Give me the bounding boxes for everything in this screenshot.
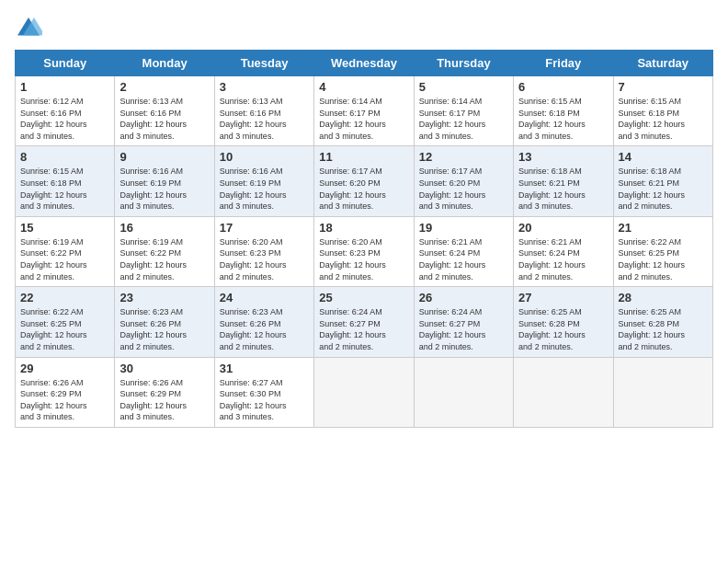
sunset-label: Sunset: 6:27 PM: [419, 319, 481, 328]
daylight-minutes: and 3 minutes.: [220, 412, 274, 421]
sunset-label: Sunset: 6:20 PM: [319, 178, 381, 188]
daylight-minutes: and 2 minutes.: [619, 201, 673, 211]
calendar-week-row: 1 Sunrise: 6:12 AM Sunset: 6:16 PM Dayli…: [16, 76, 713, 146]
day-info: Sunrise: 6:25 AM Sunset: 6:28 PM Dayligh…: [518, 306, 608, 352]
calendar-cell: 28 Sunrise: 6:25 AM Sunset: 6:28 PM Dayl…: [613, 287, 712, 357]
day-number: 29: [20, 362, 109, 375]
daylight-label: Daylight: 12 hours: [319, 190, 386, 200]
sunset-label: Sunset: 6:16 PM: [220, 109, 281, 118]
sunset-label: Sunset: 6:25 PM: [619, 248, 680, 258]
calendar-cell: 26 Sunrise: 6:24 AM Sunset: 6:27 PM Dayl…: [414, 287, 513, 357]
day-info: Sunrise: 6:18 AM Sunset: 6:21 PM Dayligh…: [619, 166, 708, 212]
day-number: 13: [518, 150, 608, 164]
day-info: Sunrise: 6:23 AM Sunset: 6:26 PM Dayligh…: [220, 306, 309, 352]
calendar-cell: 27 Sunrise: 6:25 AM Sunset: 6:28 PM Dayl…: [514, 287, 613, 357]
day-info: Sunrise: 6:21 AM Sunset: 6:24 PM Dayligh…: [419, 236, 508, 282]
sunrise-label: Sunrise: 6:20 AM: [319, 237, 382, 247]
sunrise-label: Sunrise: 6:16 AM: [220, 167, 283, 176]
sunset-label: Sunset: 6:18 PM: [20, 178, 82, 188]
daylight-label: Daylight: 12 hours: [419, 190, 486, 200]
sunrise-label: Sunrise: 6:25 AM: [619, 307, 682, 316]
calendar-cell: 12 Sunrise: 6:17 AM Sunset: 6:20 PM Dayl…: [414, 146, 513, 216]
sunrise-label: Sunrise: 6:17 AM: [419, 167, 483, 176]
daylight-label: Daylight: 12 hours: [319, 260, 386, 270]
sunset-label: Sunset: 6:21 PM: [619, 178, 680, 188]
calendar-cell: [613, 357, 712, 427]
sunset-label: Sunset: 6:24 PM: [518, 248, 580, 258]
daylight-minutes: and 3 minutes.: [619, 132, 673, 141]
day-info: Sunrise: 6:13 AM Sunset: 6:16 PM Dayligh…: [119, 96, 209, 142]
sunset-label: Sunset: 6:19 PM: [119, 178, 181, 188]
day-number: 3: [220, 80, 309, 94]
sunrise-label: Sunrise: 6:14 AM: [419, 97, 483, 106]
day-info: Sunrise: 6:14 AM Sunset: 6:17 PM Dayligh…: [319, 96, 408, 142]
daylight-minutes: and 3 minutes.: [220, 132, 274, 141]
sunrise-label: Sunrise: 6:23 AM: [119, 307, 183, 316]
day-header-thursday: Thursday: [414, 51, 513, 76]
daylight-label: Daylight: 12 hours: [518, 330, 586, 339]
day-header-saturday: Saturday: [613, 51, 712, 76]
daylight-minutes: and 3 minutes.: [419, 201, 473, 211]
sunset-label: Sunset: 6:22 PM: [119, 248, 181, 258]
sunrise-label: Sunrise: 6:22 AM: [20, 307, 84, 316]
daylight-minutes: and 3 minutes.: [119, 132, 174, 141]
daylight-label: Daylight: 12 hours: [119, 260, 187, 270]
daylight-label: Daylight: 12 hours: [119, 401, 187, 410]
calendar-cell: 14 Sunrise: 6:18 AM Sunset: 6:21 PM Dayl…: [613, 146, 712, 216]
day-info: Sunrise: 6:26 AM Sunset: 6:29 PM Dayligh…: [119, 377, 209, 423]
day-number: 23: [119, 291, 209, 304]
day-number: 18: [319, 221, 408, 235]
day-number: 6: [518, 80, 608, 94]
calendar-week-row: 22 Sunrise: 6:22 AM Sunset: 6:25 PM Dayl…: [16, 287, 713, 357]
calendar-week-row: 8 Sunrise: 6:15 AM Sunset: 6:18 PM Dayli…: [16, 146, 713, 216]
calendar-cell: 15 Sunrise: 6:19 AM Sunset: 6:22 PM Dayl…: [16, 216, 115, 286]
day-number: 14: [619, 150, 708, 164]
calendar-cell: 1 Sunrise: 6:12 AM Sunset: 6:16 PM Dayli…: [16, 76, 115, 146]
daylight-label: Daylight: 12 hours: [220, 190, 287, 200]
sunrise-label: Sunrise: 6:26 AM: [119, 378, 183, 387]
calendar-cell: 6 Sunrise: 6:15 AM Sunset: 6:18 PM Dayli…: [514, 76, 613, 146]
calendar-cell: 4 Sunrise: 6:14 AM Sunset: 6:17 PM Dayli…: [314, 76, 414, 146]
sunset-label: Sunset: 6:18 PM: [518, 109, 580, 118]
sunset-label: Sunset: 6:16 PM: [20, 109, 82, 118]
day-number: 9: [119, 150, 209, 164]
sunrise-label: Sunrise: 6:17 AM: [319, 167, 382, 176]
calendar-cell: [414, 357, 513, 427]
daylight-label: Daylight: 12 hours: [518, 260, 586, 270]
daylight-minutes: and 2 minutes.: [518, 342, 573, 351]
daylight-label: Daylight: 12 hours: [619, 120, 686, 129]
sunset-label: Sunset: 6:28 PM: [619, 319, 680, 328]
daylight-label: Daylight: 12 hours: [619, 260, 686, 270]
daylight-minutes: and 2 minutes.: [319, 342, 373, 351]
calendar-cell: 19 Sunrise: 6:21 AM Sunset: 6:24 PM Dayl…: [414, 216, 513, 286]
day-info: Sunrise: 6:18 AM Sunset: 6:21 PM Dayligh…: [518, 166, 608, 212]
daylight-minutes: and 2 minutes.: [119, 272, 174, 282]
daylight-minutes: and 2 minutes.: [20, 272, 74, 282]
daylight-minutes: and 3 minutes.: [220, 201, 274, 211]
daylight-label: Daylight: 12 hours: [20, 260, 87, 270]
calendar-cell: 16 Sunrise: 6:19 AM Sunset: 6:22 PM Dayl…: [115, 216, 214, 286]
day-number: 27: [518, 291, 608, 304]
sunrise-label: Sunrise: 6:14 AM: [319, 97, 382, 106]
sunset-label: Sunset: 6:26 PM: [119, 319, 181, 328]
day-info: Sunrise: 6:23 AM Sunset: 6:26 PM Dayligh…: [119, 306, 209, 352]
daylight-minutes: and 3 minutes.: [319, 201, 373, 211]
daylight-minutes: and 2 minutes.: [220, 342, 274, 351]
daylight-minutes: and 3 minutes.: [119, 412, 174, 421]
day-number: 31: [220, 362, 309, 375]
daylight-label: Daylight: 12 hours: [119, 330, 187, 339]
day-number: 25: [319, 291, 408, 304]
day-info: Sunrise: 6:22 AM Sunset: 6:25 PM Dayligh…: [20, 306, 109, 352]
day-number: 21: [619, 221, 708, 235]
sunrise-label: Sunrise: 6:19 AM: [20, 237, 84, 247]
daylight-minutes: and 2 minutes.: [319, 272, 373, 282]
sunset-label: Sunset: 6:21 PM: [518, 178, 580, 188]
calendar-body: 1 Sunrise: 6:12 AM Sunset: 6:16 PM Dayli…: [16, 76, 713, 428]
sunrise-label: Sunrise: 6:24 AM: [419, 307, 483, 316]
daylight-minutes: and 2 minutes.: [619, 272, 673, 282]
daylight-label: Daylight: 12 hours: [619, 330, 686, 339]
daylight-minutes: and 3 minutes.: [20, 412, 74, 421]
day-info: Sunrise: 6:15 AM Sunset: 6:18 PM Dayligh…: [20, 166, 109, 212]
calendar-week-row: 29 Sunrise: 6:26 AM Sunset: 6:29 PM Dayl…: [16, 357, 713, 427]
daylight-minutes: and 3 minutes.: [20, 201, 74, 211]
